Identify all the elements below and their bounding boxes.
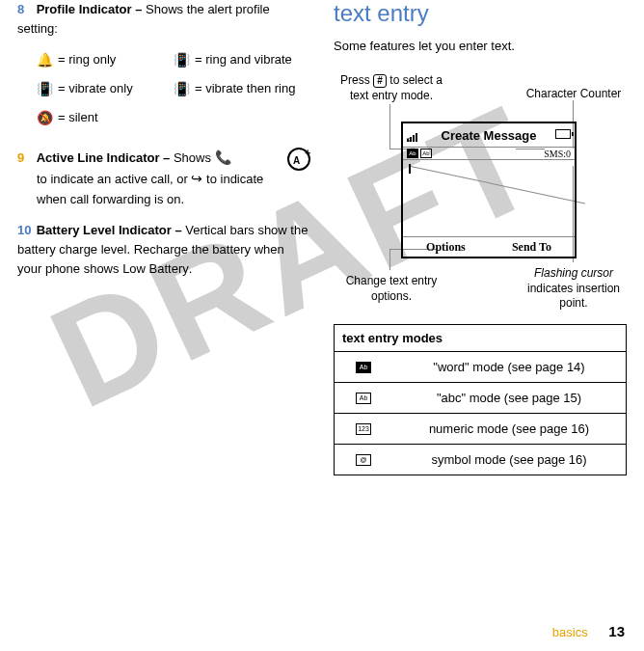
- ann-change: Change text entry options.: [334, 274, 449, 304]
- vibrate-only-label: = vibrate only: [58, 79, 133, 98]
- profile-silent: 🔕 = silent: [37, 108, 174, 129]
- ann-counter: Character Counter: [521, 87, 627, 102]
- silent-label: = silent: [58, 108, 98, 127]
- sms-counter: SMS:0: [544, 149, 571, 159]
- symbol-mode-icon: @: [356, 454, 371, 466]
- battery-icon: [555, 129, 571, 139]
- text-entry-modes-table: text entry modes Ab "word" mode (see pag…: [334, 324, 627, 475]
- profile-ring-only: 🔔 = ring only: [37, 50, 174, 71]
- ring-vibrate-icon: 📳: [174, 50, 189, 71]
- text-entry-diagram: Press # to select a text entry mode. Cha…: [334, 73, 627, 324]
- item-9-number: 9: [17, 149, 33, 168]
- ann-cursor: Flashing cursor indicates insertion poin…: [521, 266, 627, 312]
- right-softkey: Send To: [512, 240, 551, 255]
- screen-status-bar: E Create Message: [403, 123, 575, 147]
- line-press: [389, 104, 390, 149]
- profile-ring-vibrate: 📳 = ring and vibrate: [174, 50, 310, 71]
- mode-abc-icon: Ab: [420, 149, 432, 158]
- table-row: Ab "word" mode (see page 14): [335, 352, 626, 383]
- page-footer: basics 13: [552, 623, 625, 639]
- table-row: Ab "abc" mode (see page 15): [335, 383, 626, 414]
- line-change: [389, 249, 390, 270]
- item-9-desc2: to indicate an active call, or: [37, 172, 188, 186]
- low-battery-text: Low Battery: [122, 261, 189, 276]
- text-entry-heading: text entry: [334, 0, 627, 27]
- silent-icon: 🔕: [37, 108, 52, 129]
- ann-press-1: Press: [340, 73, 370, 87]
- profile-icon-grid: 🔔 = ring only 📳 = ring and vibrate 📳 = v…: [17, 50, 310, 136]
- item-9-title: Active Line Indicator –: [37, 150, 171, 165]
- profile-vibrate-ring: 📳 = vibrate then ring: [174, 79, 310, 100]
- ring-only-icon: 🔔: [37, 50, 52, 71]
- item-9: A 9 Active Line Indicator – Shows 📞 to i…: [17, 148, 310, 209]
- abc-mode-icon: Ab: [356, 393, 371, 404]
- profile-vibrate-only: 📳 = vibrate only: [37, 79, 174, 100]
- vibrate-ring-label: = vibrate then ring: [195, 79, 295, 98]
- left-column: 8 Profile Indicator – Shows the alert pr…: [17, 0, 310, 475]
- footer-page-number: 13: [608, 623, 625, 639]
- active-call-icon: 📞: [215, 149, 231, 165]
- softkey-row: Options Send To: [403, 236, 575, 258]
- item-9-desc1: Shows: [174, 150, 211, 165]
- item-8-number: 8: [17, 0, 33, 19]
- numeric-mode-text: numeric mode (see page 16): [392, 414, 626, 444]
- table-row: @ symbol mode (see page 16): [335, 445, 626, 475]
- call-forward-icon: ↪: [191, 171, 202, 186]
- ring-only-label: = ring only: [58, 50, 116, 69]
- item-8-title: Profile Indicator –: [37, 2, 143, 16]
- ann-cursor-rest: indicates insertion point.: [527, 282, 620, 311]
- cursor-icon: [409, 164, 411, 174]
- footer-section: basics: [552, 625, 588, 639]
- hash-key-icon: #: [373, 74, 387, 88]
- table-head: text entry modes: [335, 325, 626, 352]
- screen-title: Create Message: [442, 128, 537, 143]
- table-row: 123 numeric mode (see page 16): [335, 414, 626, 445]
- left-softkey: Options: [426, 240, 466, 255]
- item-10: 10 Battery Level Indicator – Vertical ba…: [17, 221, 310, 279]
- ann-press: Press # to select a text entry mode.: [334, 73, 449, 103]
- phone-screen: E Create Message Ab Ab SMS:0 Options S: [401, 122, 577, 258]
- ann-cursor-italic: Flashing cursor: [534, 266, 613, 280]
- text-area: [403, 160, 575, 236]
- vibrate-only-icon: 📳: [37, 79, 52, 100]
- symbol-mode-text: symbol mode (see page 16): [392, 445, 626, 475]
- mode-row: Ab Ab SMS:0: [403, 147, 575, 160]
- ring-vibrate-label: = ring and vibrate: [195, 50, 292, 69]
- network-icon: E: [407, 137, 411, 143]
- item-8: 8 Profile Indicator – Shows the alert pr…: [17, 0, 310, 39]
- word-mode-icon: Ab: [356, 362, 371, 373]
- vibrate-ring-icon: 📳: [174, 79, 189, 100]
- abc-mode-text: "abc" mode (see page 15): [392, 383, 626, 413]
- right-column: text entry Some features let you enter t…: [334, 0, 627, 475]
- item-10-number: 10: [17, 221, 33, 240]
- text-entry-sub: Some features let you enter text.: [334, 37, 627, 56]
- numeric-mode-icon: 123: [356, 423, 371, 435]
- mode-word-icon: Ab: [407, 149, 418, 158]
- word-mode-text: "word" mode (see page 14): [392, 352, 626, 382]
- item-10-title: Battery Level Indicator –: [37, 223, 182, 237]
- active-line-badge-icon: A: [287, 148, 310, 171]
